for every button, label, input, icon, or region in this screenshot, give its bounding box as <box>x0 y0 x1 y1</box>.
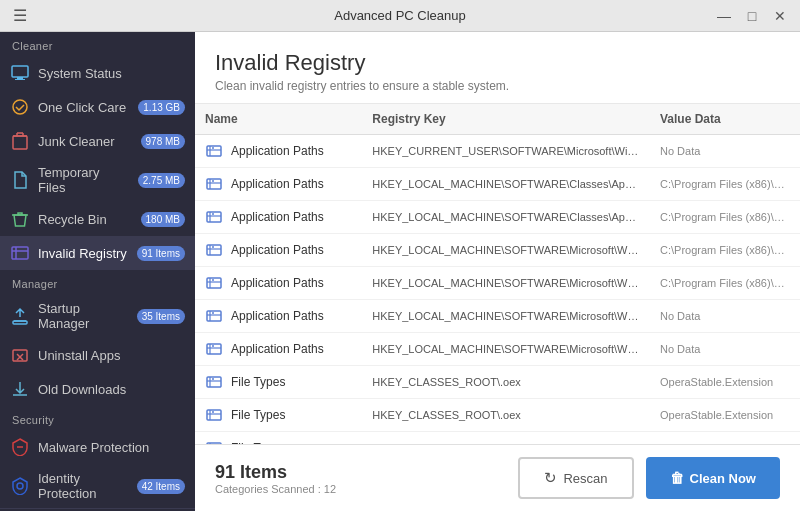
svg-rect-1 <box>17 77 23 79</box>
sidebar-label-invalid-registry: Invalid Registry <box>38 246 129 261</box>
name-cell: Application Paths <box>195 267 362 300</box>
row-name: Application Paths <box>231 342 324 356</box>
clean-now-button[interactable]: 🗑 Clean Now <box>646 457 780 499</box>
svg-point-27 <box>212 180 214 182</box>
name-cell: File Types <box>195 399 362 432</box>
value-cell: C:\Program Files (x86)\CleverFiles\ <box>650 234 800 267</box>
sidebar-item-temporary-files[interactable]: Temporary Files 2.75 MB <box>0 158 195 202</box>
sidebar-item-identity-protection[interactable]: Identity Protection 42 Items <box>0 464 195 508</box>
sidebar-item-startup-manager[interactable]: Startup Manager 35 Items <box>0 294 195 338</box>
registry-table-wrapper[interactable]: Name Registry Key Value Data Ap <box>195 104 800 444</box>
svg-rect-28 <box>207 212 221 222</box>
key-cell: HKEY_LOCAL_MACHINE\SOFTWARE\Microsoft\Wi… <box>362 234 650 267</box>
sidebar-label-system-status: System Status <box>38 66 185 81</box>
hamburger-icon: ☰ <box>13 6 27 25</box>
svg-rect-2 <box>15 79 25 80</box>
row-icon <box>205 208 223 226</box>
row-icon <box>205 406 223 424</box>
svg-rect-44 <box>207 344 221 354</box>
row-icon <box>205 439 223 444</box>
value-cell: No Data <box>650 135 800 168</box>
key-cell: HKEY_CLASSES_ROOT\.shtml <box>362 432 650 445</box>
registry-icon <box>10 243 30 263</box>
name-cell: Application Paths <box>195 333 362 366</box>
svg-rect-20 <box>207 146 221 156</box>
sidebar-item-recycle-bin[interactable]: Recycle Bin 180 MB <box>0 202 195 236</box>
close-button[interactable]: ✕ <box>768 4 792 28</box>
invalid-registry-badge: 91 Items <box>137 246 185 261</box>
manager-section-label: Manager <box>0 270 195 294</box>
one-click-care-badge: 1.13 GB <box>138 100 185 115</box>
row-icon <box>205 373 223 391</box>
sidebar-label-recycle-bin: Recycle Bin <box>38 212 133 227</box>
value-cell: No Data <box>650 333 800 366</box>
care-icon <box>10 97 30 117</box>
svg-rect-14 <box>13 350 27 361</box>
footer-buttons: ↻ Rescan 🗑 Clean Now <box>518 457 780 499</box>
svg-rect-40 <box>207 311 221 321</box>
svg-rect-0 <box>12 66 28 77</box>
identity-icon <box>10 476 30 496</box>
svg-rect-24 <box>207 179 221 189</box>
maximize-button[interactable]: □ <box>740 4 764 28</box>
startup-manager-badge: 35 Items <box>137 309 185 324</box>
sidebar-label-uninstall-apps: Uninstall Apps <box>38 348 185 363</box>
sidebar-item-malware-protection[interactable]: Malware Protection <box>0 430 195 464</box>
row-name: File Types <box>231 375 285 389</box>
row-name: Application Paths <box>231 276 324 290</box>
name-cell: File Types <box>195 366 362 399</box>
uninstall-icon <box>10 345 30 365</box>
sidebar-item-old-downloads[interactable]: Old Downloads <box>0 372 195 406</box>
value-cell: OperaStable.Extension <box>650 366 800 399</box>
sidebar-item-invalid-registry[interactable]: Invalid Registry 91 Items <box>0 236 195 270</box>
svg-rect-32 <box>207 245 221 255</box>
svg-point-39 <box>212 279 214 281</box>
page-subtitle: Clean invalid registry entries to ensure… <box>215 79 780 93</box>
title-bar-left: ☰ <box>8 4 32 28</box>
categories-scanned: Categories Scanned : 12 <box>215 483 336 495</box>
sidebar-label-junk-cleaner: Junk Cleaner <box>38 134 133 149</box>
sidebar-item-uninstall-apps[interactable]: Uninstall Apps <box>0 338 195 372</box>
value-cell: C:\Program Files (x86)\CleverFile... <box>650 168 800 201</box>
app-title: Advanced PC Cleanup <box>334 8 466 23</box>
name-cell: Application Paths <box>195 201 362 234</box>
sidebar-label-temporary-files: Temporary Files <box>38 165 130 195</box>
minimize-button[interactable]: — <box>712 4 736 28</box>
col-value: Value Data <box>650 104 800 135</box>
table-header-row: Name Registry Key Value Data <box>195 104 800 135</box>
sidebar: Cleaner System Status One Click Care 1.1… <box>0 32 195 511</box>
row-name: File Types <box>231 441 285 444</box>
key-cell: HKEY_CLASSES_ROOT\.oex <box>362 399 650 432</box>
registry-table: Name Registry Key Value Data Ap <box>195 104 800 444</box>
menu-button[interactable]: ☰ <box>8 4 32 28</box>
sidebar-item-junk-cleaner[interactable]: Junk Cleaner 978 MB <box>0 124 195 158</box>
name-cell: Application Paths <box>195 135 362 168</box>
svg-point-51 <box>212 378 214 380</box>
row-name: Application Paths <box>231 309 324 323</box>
name-cell: Application Paths <box>195 300 362 333</box>
row-icon <box>205 142 223 160</box>
clean-label: Clean Now <box>690 471 756 486</box>
key-cell: HKEY_LOCAL_MACHINE\SOFTWARE\Microsoft\Wi… <box>362 333 650 366</box>
table-row: File Types HKEY_CLASSES_ROOT\.shtmlshtml… <box>195 432 800 445</box>
content-area: Invalid Registry Clean invalid registry … <box>195 32 800 511</box>
malware-icon <box>10 437 30 457</box>
name-cell: File Types <box>195 432 362 445</box>
svg-point-35 <box>212 246 214 248</box>
value-cell: No Data <box>650 300 800 333</box>
window-controls: — □ ✕ <box>712 4 792 28</box>
name-cell: Application Paths <box>195 168 362 201</box>
rescan-label: Rescan <box>563 471 607 486</box>
rescan-button[interactable]: ↻ Rescan <box>518 457 633 499</box>
sidebar-item-one-click-care[interactable]: One Click Care 1.13 GB <box>0 90 195 124</box>
recycle-bin-badge: 180 MB <box>141 212 185 227</box>
svg-point-3 <box>13 100 27 114</box>
row-name: Application Paths <box>231 210 324 224</box>
row-icon <box>205 175 223 193</box>
sidebar-item-system-status[interactable]: System Status <box>0 56 195 90</box>
main-layout: Cleaner System Status One Click Care 1.1… <box>0 32 800 511</box>
key-cell: HKEY_LOCAL_MACHINE\SOFTWARE\Microsoft\Wi… <box>362 300 650 333</box>
monitor-icon <box>10 63 30 83</box>
sidebar-label-one-click-care: One Click Care <box>38 100 130 115</box>
table-row: Application Paths HKEY_LOCAL_MACHINE\SOF… <box>195 333 800 366</box>
